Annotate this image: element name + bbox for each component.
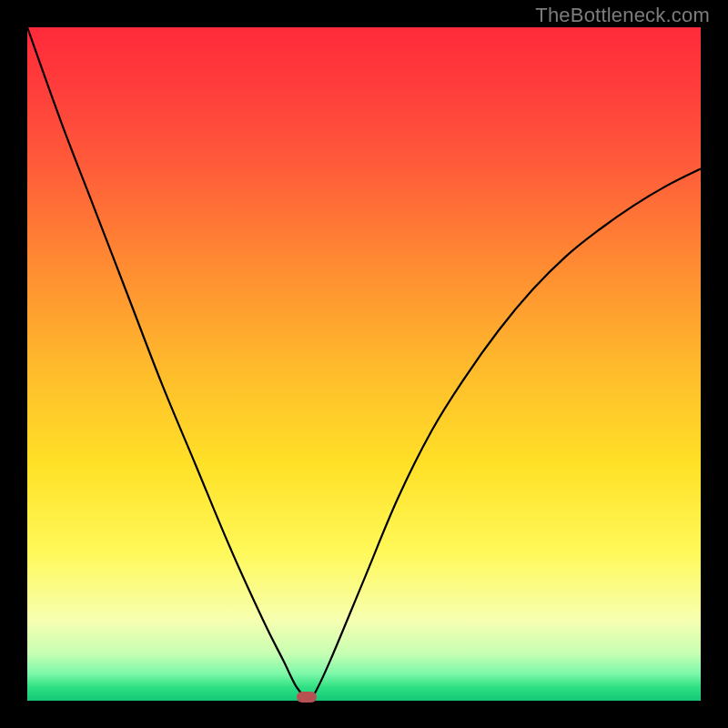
bottleneck-curve bbox=[27, 27, 701, 700]
optimum-marker bbox=[297, 692, 317, 703]
watermark-text: TheBottleneck.com bbox=[535, 4, 710, 27]
curve-layer bbox=[27, 27, 701, 701]
